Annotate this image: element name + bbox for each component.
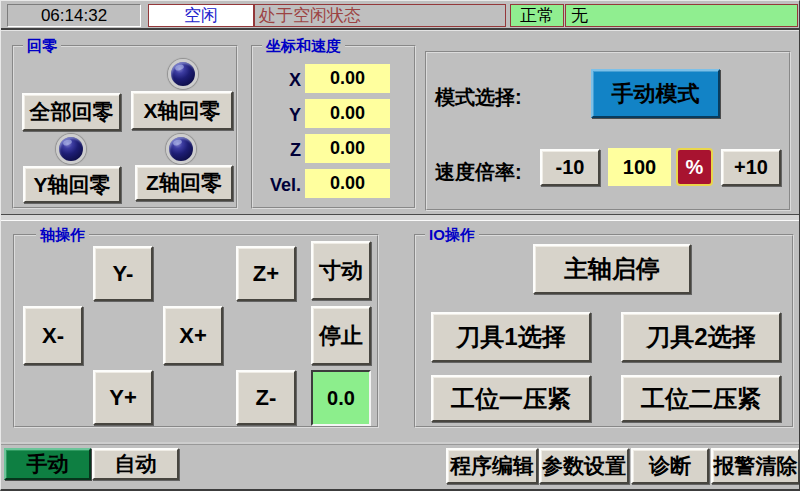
home-z-button[interactable]: Z轴回零 — [135, 165, 233, 201]
footer-divider — [1, 442, 800, 445]
rate-minus-button[interactable]: -10 — [540, 149, 600, 186]
y-plus-button[interactable]: Y+ — [93, 370, 153, 425]
coords-panel: 坐标和速度 X 0.00 Y 0.00 Z 0.00 Vel. 0.00 — [251, 45, 416, 209]
section-divider — [1, 214, 800, 221]
coord-value-vel: 0.00 — [305, 169, 390, 198]
rate-plus-button[interactable]: +10 — [721, 149, 781, 186]
z-plus-button[interactable]: Z+ — [236, 246, 296, 301]
mode-select-label: 模式选择: — [435, 84, 522, 111]
status-message-display: 处于空闲状态 — [254, 4, 506, 27]
speed-rate-label: 速度倍率: — [435, 159, 522, 186]
home-all-button[interactable]: 全部回零 — [22, 93, 121, 131]
coord-label-vel: Vel. — [255, 175, 301, 196]
machine-state-display: 空闲 — [148, 4, 254, 27]
coord-value-z: 0.00 — [305, 134, 390, 163]
coord-label-z: Z — [255, 140, 301, 161]
y-home-led — [56, 134, 86, 164]
param-settings-button[interactable]: 参数设置 — [539, 448, 629, 484]
home-panel: 回零 全部回零 X轴回零 Y轴回零 Z轴回零 — [12, 45, 238, 209]
manual-mode-button[interactable]: 手动模式 — [591, 69, 720, 118]
rate-value-display: 100 — [608, 148, 671, 186]
z-home-led — [166, 134, 196, 164]
clock-display: 06:14:32 — [7, 4, 141, 27]
topbar-divider — [1, 28, 800, 31]
x-minus-button[interactable]: X- — [23, 306, 83, 365]
coord-value-x: 0.00 — [305, 64, 390, 93]
coords-panel-title: 坐标和速度 — [262, 37, 345, 55]
auto-tab-button[interactable]: 自动 — [92, 448, 179, 480]
tool2-select-button[interactable]: 刀具2选择 — [621, 312, 781, 362]
alarm-clear-button[interactable]: 报警清除 — [711, 448, 800, 484]
jog-button[interactable]: 寸动 — [311, 241, 371, 300]
x-home-led — [168, 59, 198, 89]
io-panel: IO操作 主轴启停 刀具1选择 刀具2选择 工位一压紧 工位二压紧 — [414, 234, 794, 428]
stop-button[interactable]: 停止 — [311, 306, 371, 365]
home-panel-title: 回零 — [23, 37, 61, 55]
percent-badge: % — [676, 148, 713, 186]
axis-panel-title: 轴操作 — [36, 226, 89, 244]
hmi-screen: 06:14:32 空闲 处于空闲状态 正常 无 回零 全部回零 X轴回零 Y轴回… — [0, 0, 800, 491]
diagnosis-button[interactable]: 诊断 — [631, 448, 709, 484]
spindle-toggle-button[interactable]: 主轴启停 — [533, 244, 691, 294]
z-minus-button[interactable]: Z- — [236, 370, 296, 425]
program-edit-button[interactable]: 程序编辑 — [446, 448, 538, 484]
alarm-state-display: 正常 — [510, 4, 564, 27]
station2-clamp-button[interactable]: 工位二压紧 — [621, 375, 781, 422]
alarm-message-display: 无 — [565, 4, 798, 27]
mode-panel: 模式选择: 手动模式 速度倍率: -10 100 % +10 — [425, 51, 791, 211]
coord-label-y: Y — [255, 105, 301, 126]
io-panel-title: IO操作 — [425, 226, 479, 244]
home-y-button[interactable]: Y轴回零 — [23, 166, 121, 203]
home-x-button[interactable]: X轴回零 — [131, 91, 233, 130]
coord-label-x: X — [255, 70, 301, 91]
step-value-display: 0.0 — [311, 370, 371, 426]
axis-panel: 轴操作 Y- Z+ 寸动 X- X+ 停止 Y+ Z- 0.0 — [13, 234, 379, 428]
y-minus-button[interactable]: Y- — [93, 246, 153, 301]
manual-tab-button[interactable]: 手动 — [4, 448, 91, 480]
station1-clamp-button[interactable]: 工位一压紧 — [431, 375, 591, 422]
tool1-select-button[interactable]: 刀具1选择 — [431, 312, 591, 362]
x-plus-button[interactable]: X+ — [163, 306, 223, 365]
coord-value-y: 0.00 — [305, 99, 390, 128]
